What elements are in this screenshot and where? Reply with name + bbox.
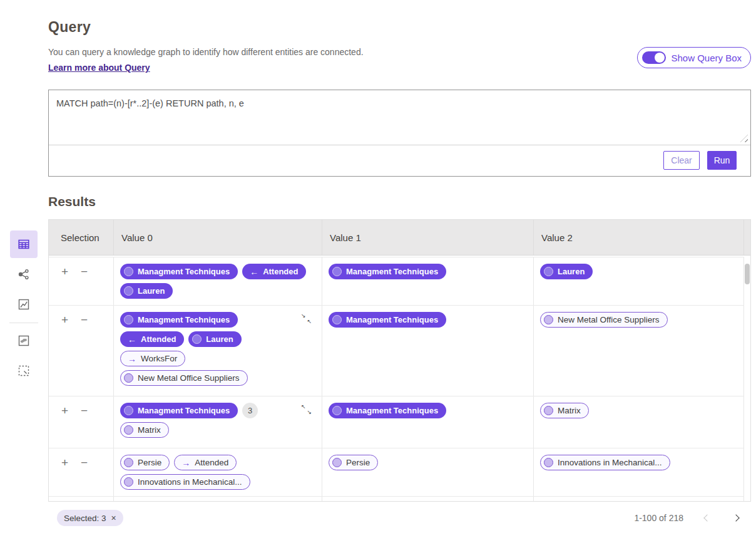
table-icon: [17, 237, 31, 251]
expand-cell-icon[interactable]: ↖↘: [301, 404, 312, 415]
node-pill[interactable]: Managment Techniques: [329, 264, 446, 279]
add-to-graph-button[interactable]: +: [61, 266, 68, 277]
value-cell: Managment Techniques←AttendedLauren→Work…: [114, 306, 322, 396]
node-dot-icon: [124, 477, 133, 487]
chevron-left-icon: [703, 514, 710, 521]
pill-label: Innovations in Mechanical...: [138, 477, 242, 487]
node-pill[interactable]: Managment Techniques: [120, 264, 238, 279]
column-header: Value 1: [322, 220, 534, 255]
collapse-cell-icon[interactable]: ↘↖: [301, 313, 312, 324]
node-dot-icon: [124, 406, 133, 415]
table-row: +−Managment Techniques←AttendedLaurenMan…: [49, 257, 744, 306]
edge-pill[interactable]: ←Attended: [242, 264, 306, 279]
node-pill[interactable]: Managment Techniques: [120, 312, 238, 328]
column-header: Value 0: [114, 220, 322, 255]
map-icon: [17, 334, 31, 348]
sidebar-item-graph-view[interactable]: [10, 261, 38, 288]
selection-icon: [17, 364, 31, 378]
pagination: 1-100 of 218: [634, 513, 741, 523]
node-dot-icon: [332, 458, 342, 467]
next-page-button[interactable]: [731, 513, 741, 523]
value-cell: [322, 497, 534, 501]
value-cell: Managment Techniques: [322, 257, 534, 305]
pill-label: Attended: [263, 267, 298, 276]
table-scrollbar: [744, 256, 750, 501]
show-query-box-toggle[interactable]: Show Query Box: [637, 47, 751, 68]
results-table-body: +−Managment Techniques←AttendedLaurenMan…: [49, 256, 750, 501]
sidebar-divider: [9, 323, 38, 323]
node-dot-icon: [544, 315, 553, 324]
table-footer: Selected: 3 × 1-100 of 218: [48, 510, 751, 526]
node-pill[interactable]: Managment Techniques: [120, 403, 238, 418]
pill-label: Lauren: [138, 286, 165, 296]
node-pill[interactable]: Lauren: [188, 331, 241, 347]
node-dot-icon: [124, 373, 133, 383]
selection-cell: +−: [49, 306, 114, 396]
sidebar-item-chart-view[interactable]: [10, 291, 38, 318]
query-input[interactable]: MATCH path=(n)-[r*..2]-(e) RETURN path, …: [49, 90, 750, 145]
view-sidebar: [9, 230, 38, 387]
node-pill[interactable]: Persie: [120, 455, 170, 470]
previous-page-button[interactable]: [702, 513, 712, 523]
page-header: Query You can query a knowledge graph to…: [48, 19, 751, 73]
pill-label: Managment Techniques: [138, 315, 230, 324]
arrow-left-icon: ←: [246, 267, 258, 276]
add-to-graph-button[interactable]: +: [61, 457, 68, 468]
remove-from-graph-button[interactable]: −: [81, 405, 88, 417]
node-pill[interactable]: Managment Techniques: [329, 403, 446, 418]
remove-from-graph-button[interactable]: −: [81, 457, 88, 468]
pill-label: Managment Techniques: [138, 406, 230, 415]
sidebar-item-table-view[interactable]: [10, 230, 38, 258]
pill-label: Matrix: [138, 425, 161, 435]
edge-pill[interactable]: →WorksFor: [120, 351, 185, 366]
node-pill[interactable]: Lauren: [120, 283, 173, 299]
node-pill[interactable]: Persie: [329, 455, 378, 470]
node-dot-icon: [544, 406, 553, 415]
pill-label: Lauren: [558, 267, 585, 276]
edge-pill[interactable]: ←Attended: [120, 331, 184, 347]
clear-button[interactable]: Clear: [663, 151, 700, 170]
pill-label: Managment Techniques: [346, 315, 438, 324]
node-pill[interactable]: New Metal Office Suppliers: [540, 312, 668, 328]
sidebar-item-selection-view[interactable]: [10, 357, 38, 385]
results-table-header: SelectionValue 0Value 1Value 2: [49, 220, 750, 256]
arrow-right-icon: →: [124, 354, 136, 363]
node-pill[interactable]: Matrix: [120, 422, 169, 438]
close-icon[interactable]: ×: [111, 514, 116, 522]
main-content: Query You can query a knowledge graph to…: [48, 0, 751, 526]
pill-label: Persie: [346, 458, 370, 467]
node-pill[interactable]: New Metal Office Suppliers: [120, 370, 248, 386]
value-cell: Managment Techniques3Matrix↖↘: [114, 396, 322, 448]
node-dot-icon: [544, 458, 553, 467]
value-cell: Managment Techniques: [322, 396, 534, 448]
pill-label: Persie: [138, 458, 161, 467]
value-cell: New Metal Office Suppliers: [534, 306, 744, 396]
remove-from-graph-button[interactable]: −: [81, 266, 88, 277]
learn-more-link[interactable]: Learn more about Query: [48, 63, 150, 73]
sidebar-item-map-view[interactable]: [10, 327, 38, 354]
arrow-right-icon: →: [178, 458, 190, 467]
node-dot-icon: [332, 315, 342, 324]
remove-from-graph-button[interactable]: −: [81, 314, 88, 326]
edge-pill[interactable]: →Attended: [174, 455, 237, 470]
node-dot-icon: [192, 334, 202, 344]
node-pill[interactable]: Lauren: [540, 264, 593, 279]
node-pill[interactable]: Innovations in Mechanical...: [120, 474, 250, 490]
pill-label: WorksFor: [141, 354, 177, 363]
add-to-graph-button[interactable]: +: [61, 405, 68, 417]
node-pill[interactable]: Matrix: [540, 403, 589, 418]
scrollbar-thumb[interactable]: [745, 264, 750, 284]
add-to-graph-button[interactable]: +: [61, 314, 68, 326]
node-pill[interactable]: Managment Techniques: [329, 312, 446, 328]
value-cell: Managment Techniques: [322, 306, 534, 396]
selection-cell: +−: [49, 448, 114, 496]
node-pill[interactable]: Innovations in Mechanical...: [540, 455, 670, 470]
pill-label: New Metal Office Suppliers: [558, 315, 660, 324]
pill-label: Innovations in Mechanical...: [558, 458, 662, 467]
node-dot-icon: [544, 267, 553, 276]
graph-icon: [17, 267, 31, 281]
toggle-switch-icon[interactable]: [642, 51, 666, 64]
toggle-label: Show Query Box: [671, 53, 742, 63]
run-button[interactable]: Run: [707, 151, 737, 170]
table-row: +−Managment Techniques←AttendedLauren→Wo…: [49, 306, 744, 396]
